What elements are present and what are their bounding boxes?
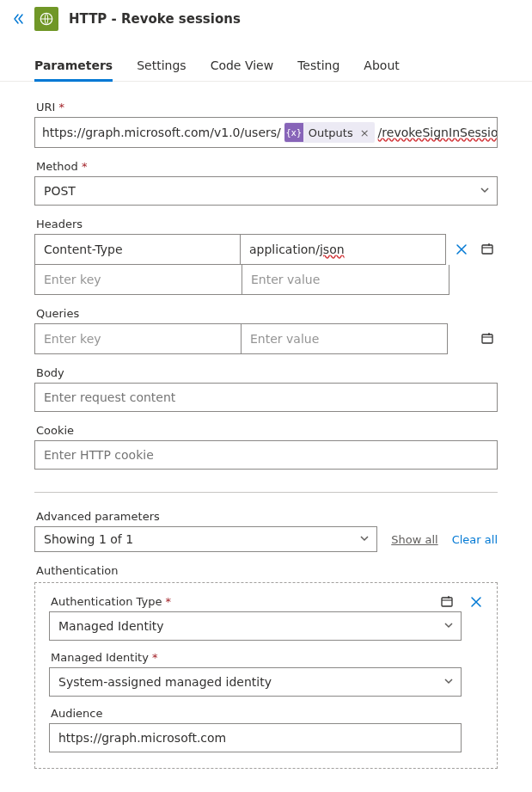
header-key-new[interactable]: Enter key: [35, 265, 242, 294]
header-value-0-text: application/json: [249, 243, 345, 256]
header-key-0[interactable]: Content-Type: [35, 235, 240, 264]
uri-token-label: Outputs: [309, 126, 353, 139]
body-label: Body: [36, 366, 498, 379]
method-value: POST: [44, 184, 76, 198]
authentication-section-label: Authentication: [36, 564, 498, 577]
remove-token-button[interactable]: ×: [353, 126, 375, 139]
cookie-input[interactable]: [34, 440, 498, 470]
method-label: Method: [36, 160, 498, 173]
auth-type-select[interactable]: Managed Identity: [49, 611, 462, 641]
fx-icon: {x}: [284, 123, 303, 142]
panel-title: HTTP - Revoke sessions: [69, 11, 241, 27]
chevron-down-icon: [443, 675, 454, 689]
cookie-label: Cookie: [36, 424, 498, 437]
tab-parameters[interactable]: Parameters: [34, 53, 113, 81]
queries-label: Queries: [36, 307, 498, 320]
managed-identity-select[interactable]: System-assigned managed identity: [49, 667, 462, 697]
advanced-showing-select[interactable]: Showing 1 of 1: [34, 526, 377, 552]
tab-testing[interactable]: Testing: [297, 53, 339, 81]
svg-rect-2: [482, 335, 492, 343]
uri-token-outputs[interactable]: {x} Outputs ×: [284, 122, 375, 143]
headers-label: Headers: [36, 218, 498, 230]
tab-code-view[interactable]: Code View: [211, 53, 274, 81]
tab-bar: Parameters Settings Code View Testing Ab…: [0, 38, 532, 82]
show-all-link[interactable]: Show all: [391, 533, 437, 546]
tab-about[interactable]: About: [364, 53, 399, 81]
collapse-panel-button[interactable]: [9, 9, 29, 29]
query-value-new[interactable]: Enter value: [241, 324, 447, 353]
uri-input[interactable]: https://graph.microsoft.com/v1.0/users/ …: [34, 117, 498, 148]
method-select[interactable]: POST: [34, 176, 498, 206]
auth-type-label: Authentication Type: [51, 595, 462, 608]
svg-rect-1: [482, 245, 492, 254]
body-input[interactable]: [34, 383, 498, 412]
switch-mode-queries-button[interactable]: [477, 328, 498, 349]
remove-auth-button[interactable]: [466, 592, 486, 612]
chevron-down-icon: [359, 532, 370, 546]
header-value-new[interactable]: Enter value: [242, 265, 449, 294]
tab-settings[interactable]: Settings: [137, 53, 186, 81]
uri-suffix: /revokeSignInSessions: [378, 126, 498, 139]
advanced-label: Advanced parameters: [36, 510, 498, 523]
clear-all-link[interactable]: Clear all: [452, 533, 498, 546]
header-value-0[interactable]: application/json: [240, 235, 445, 264]
chevron-down-icon: [480, 184, 490, 198]
chevron-down-icon: [443, 619, 454, 633]
managed-identity-value: System-assigned managed identity: [58, 675, 272, 689]
remove-header-button[interactable]: [451, 239, 472, 260]
auth-type-value: Managed Identity: [58, 619, 164, 633]
uri-label: URI: [36, 101, 498, 114]
audience-input[interactable]: [49, 723, 462, 752]
uri-prefix: https://graph.microsoft.com/v1.0/users/: [42, 126, 281, 139]
http-action-icon: [34, 7, 58, 31]
svg-rect-3: [442, 598, 452, 606]
managed-identity-label: Managed Identity: [51, 651, 462, 664]
divider: [34, 492, 498, 493]
switch-mode-headers-button[interactable]: [477, 239, 498, 260]
switch-mode-auth-button[interactable]: [437, 592, 457, 612]
authentication-box: Authentication Type Managed Identity Man…: [34, 582, 498, 769]
advanced-showing-value: Showing 1 of 1: [44, 532, 133, 546]
audience-label: Audience: [51, 707, 462, 720]
query-key-new[interactable]: Enter key: [35, 324, 241, 353]
